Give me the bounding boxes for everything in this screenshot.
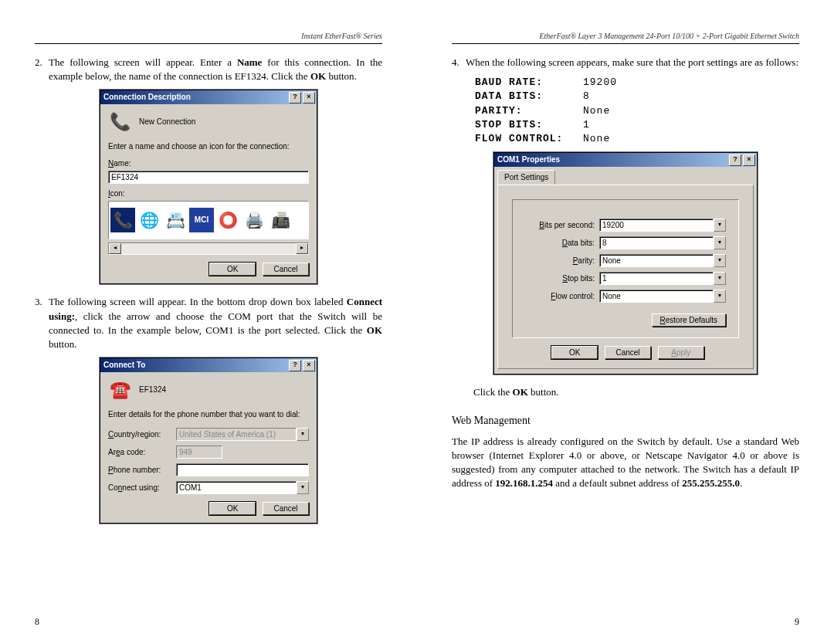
titlebar[interactable]: Connect To ? × <box>100 358 317 372</box>
icon-option-modem[interactable]: 🖨️ <box>242 208 266 232</box>
close-icon[interactable]: × <box>743 154 755 166</box>
bits-per-second-select[interactable] <box>599 219 714 232</box>
data-bits-label: Data bits: <box>525 238 595 249</box>
chevron-down-icon[interactable]: ▾ <box>714 290 726 303</box>
help-icon[interactable]: ? <box>289 360 301 371</box>
help-icon[interactable]: ? <box>289 92 301 103</box>
cancel-button[interactable]: Cancel <box>605 346 651 359</box>
connect-using-select[interactable] <box>176 481 297 494</box>
dialog-title: COM1 Properties <box>497 154 727 165</box>
tab-port-settings[interactable]: Port Settings <box>497 170 555 185</box>
new-connection-label: New Connection <box>139 117 195 127</box>
step-2-body: The following screen will appear. Enter … <box>49 56 382 83</box>
icon-option-circle[interactable]: ⭕ <box>215 208 240 232</box>
cancel-button[interactable]: Cancel <box>263 263 309 276</box>
phone-number-label: Phone number: <box>108 465 171 476</box>
bold-ok: OK <box>367 324 382 336</box>
phone-icon: ☎️ <box>108 378 131 402</box>
default-subnet: 255.255.255.0 <box>682 477 740 489</box>
apply-button[interactable]: Apply <box>658 346 704 359</box>
tab-panel: Bits per second: ▾ Data bits: ▾ Parity: … <box>497 185 754 369</box>
icon-label: Icon: <box>108 188 309 199</box>
page-number: 9 <box>795 615 799 629</box>
icon-scrollbar[interactable]: ◂ ▸ <box>108 242 309 255</box>
page-left: Instant EtherFast® Series 2. The followi… <box>0 0 417 644</box>
parity-label: Parity: <box>525 256 595 266</box>
text: and a default subnet address of <box>553 477 682 489</box>
icon-option-phone[interactable]: 📞 <box>110 208 135 232</box>
chevron-down-icon[interactable]: ▾ <box>297 481 309 494</box>
icon-picker[interactable]: 📞 🌐 📇 MCI ⭕ 🖨️ 📠 <box>108 201 309 239</box>
data-bits-select[interactable] <box>599 236 714 249</box>
stop-bits-select[interactable] <box>599 272 714 285</box>
bits-per-second-label: Bits per second: <box>525 220 595 231</box>
flow-control-value: None <box>583 132 610 146</box>
text: The following screen will appear. Enter … <box>49 56 237 68</box>
chevron-down-icon: ▾ <box>297 428 309 441</box>
country-select <box>176 428 297 441</box>
text: Click the <box>473 386 513 398</box>
step-3-body: The following screen will appear. In the… <box>49 295 382 351</box>
data-bits-value: 8 <box>583 90 590 103</box>
flow-control-label: FLOW CONTROL: <box>475 132 583 146</box>
phone-number-input[interactable] <box>176 463 309 476</box>
bold-name: Name <box>237 56 263 68</box>
step-2: 2. The following screen will appear. Ent… <box>35 56 382 83</box>
instruction-text: Enter details for the phone number that … <box>108 409 309 420</box>
bold-ok: OK <box>310 70 326 82</box>
connection-name: EF1324 <box>139 385 166 395</box>
step-4-body: When the following screen appears, make … <box>466 56 799 69</box>
close-icon[interactable]: × <box>303 92 315 103</box>
parity-label: PARITY: <box>475 104 583 118</box>
name-input[interactable] <box>108 171 309 184</box>
area-code-input <box>176 446 222 459</box>
dialog-connect-to: Connect To ? × ☎️ EF1324 Enter details f… <box>100 358 317 524</box>
connection-icon: 📞 <box>108 110 131 134</box>
cancel-button[interactable]: Cancel <box>263 502 309 515</box>
titlebar[interactable]: COM1 Properties ? × <box>494 153 757 167</box>
web-management-paragraph: The IP address is already configured on … <box>452 435 799 491</box>
chevron-down-icon[interactable]: ▾ <box>714 272 726 285</box>
click-ok-text: Click the OK button. <box>473 385 799 399</box>
dialog-title: Connection Description <box>103 92 287 103</box>
name-label: Name: <box>108 158 309 169</box>
icon-option-fax[interactable]: 📠 <box>268 208 293 232</box>
port-settings-text: BAUD RATE:19200 DATA BITS:8 PARITY:None … <box>475 76 799 146</box>
step-4: 4. When the following screen appears, ma… <box>452 56 799 69</box>
flow-control-select[interactable] <box>599 290 714 303</box>
scroll-left-icon[interactable]: ◂ <box>109 243 121 254</box>
stop-bits-value: 1 <box>583 118 590 132</box>
dialog-title: Connect To <box>103 360 287 371</box>
step-num: 4. <box>452 56 466 69</box>
chevron-down-icon[interactable]: ▾ <box>714 219 726 232</box>
chevron-down-icon[interactable]: ▾ <box>714 254 726 267</box>
icon-option-stack[interactable]: 📇 <box>163 208 188 232</box>
close-icon[interactable]: × <box>303 360 315 371</box>
scroll-track[interactable] <box>121 243 296 254</box>
text: The following screen will appear. In the… <box>49 296 347 307</box>
text: , click the arrow and choose the COM por… <box>49 310 382 336</box>
text: button. <box>528 386 559 398</box>
scroll-right-icon[interactable]: ▸ <box>296 243 308 254</box>
ok-button[interactable]: OK <box>209 263 256 276</box>
icon-option-globe[interactable]: 🌐 <box>137 208 161 232</box>
step-num: 2. <box>35 56 49 83</box>
ok-button[interactable]: OK <box>551 346 598 359</box>
web-management-heading: Web Management <box>452 413 799 429</box>
restore-defaults-button[interactable]: Restore Defaults <box>652 314 727 327</box>
titlebar[interactable]: Connection Description ? × <box>100 90 317 104</box>
country-label: Country/region: <box>108 429 171 440</box>
dialog-com1-properties: COM1 Properties ? × Port Settings Bits p… <box>493 152 758 375</box>
help-icon[interactable]: ? <box>729 154 741 166</box>
settings-group: Bits per second: ▾ Data bits: ▾ Parity: … <box>512 199 739 338</box>
stop-bits-label: Stop bits: <box>525 273 595 284</box>
step-num: 3. <box>35 295 49 351</box>
chevron-down-icon[interactable]: ▾ <box>714 236 726 249</box>
baud-rate-value: 19200 <box>583 76 617 90</box>
text: . <box>740 477 742 489</box>
page-number: 8 <box>35 615 39 629</box>
parity-select[interactable] <box>599 254 714 267</box>
icon-option-mci[interactable]: MCI <box>189 208 214 232</box>
connect-using-label: Connect using: <box>108 483 171 493</box>
ok-button[interactable]: OK <box>209 502 256 515</box>
